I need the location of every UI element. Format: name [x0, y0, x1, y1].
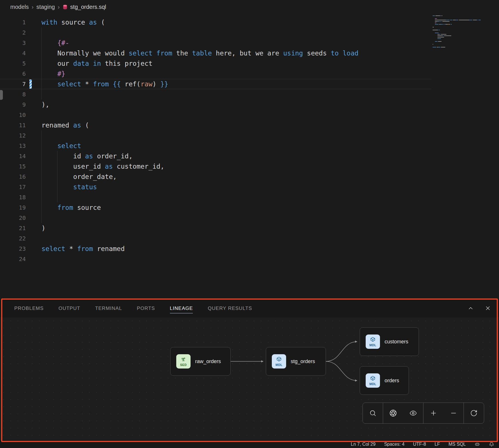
line-number: 22	[0, 233, 26, 244]
code-text: ),	[41, 99, 49, 110]
toolbar-group	[363, 403, 383, 423]
status-item[interactable]: LF	[435, 442, 440, 447]
line-number: 9	[0, 99, 26, 110]
line-number: 5	[0, 58, 26, 69]
lineage-node-stg_orders[interactable]: MDLstg_orders	[266, 347, 326, 376]
chevron-right-icon: ›	[31, 4, 33, 10]
lineage-edge	[326, 342, 357, 361]
refresh-icon	[470, 409, 478, 417]
lineage-node-orders[interactable]: MDLorders	[360, 366, 409, 395]
lineage-canvas[interactable]: SEDraw_ordersMDLstg_ordersMDLcustomersMD…	[0, 317, 499, 440]
code-lines: 1with source as (23 {#-4 Normally we wou…	[0, 14, 499, 264]
code-line[interactable]: 8	[0, 89, 499, 99]
cube-icon	[370, 337, 375, 343]
line-number: 23	[0, 244, 26, 254]
toolbar-group	[383, 403, 423, 423]
line-number: 11	[0, 120, 26, 130]
breadcrumb: models › staging › stg_orders.sql	[0, 0, 499, 14]
minus-icon	[450, 409, 457, 417]
line-number: 21	[0, 223, 26, 233]
breadcrumb-item-models[interactable]: models	[10, 4, 29, 10]
code-line[interactable]: 2	[0, 27, 499, 38]
code-line[interactable]: 6 #}	[0, 69, 499, 79]
plus-icon	[430, 409, 437, 417]
node-label: customers	[385, 339, 408, 345]
chevron-up-icon[interactable]	[468, 305, 474, 311]
chevron-right-icon: ›	[58, 4, 60, 10]
code-text: renamed as (	[41, 120, 89, 130]
refresh-button[interactable]	[464, 403, 484, 423]
code-text: select * from renamed	[41, 244, 125, 254]
cube-icon	[276, 357, 282, 363]
line-number: 15	[0, 161, 26, 172]
code-line[interactable]: 15 user_id as customer_id,	[0, 161, 499, 172]
code-line[interactable]: 13 select	[0, 141, 499, 151]
code-line[interactable]: 18	[0, 192, 499, 202]
close-icon[interactable]	[485, 305, 491, 311]
code-text: order_date,	[41, 172, 117, 182]
minimap[interactable]	[433, 15, 484, 50]
status-item[interactable]: UTF-8	[413, 442, 426, 447]
panel-tab-output[interactable]: OUTPUT	[58, 303, 80, 313]
bottom-panel: PROBLEMSOUTPUTTERMINALPORTSLINEAGEQUERY …	[0, 299, 499, 440]
code-line[interactable]: 14 id as order_id,	[0, 151, 499, 161]
panel-tab-lineage[interactable]: LINEAGE	[170, 303, 193, 313]
code-line[interactable]: 19 from source	[0, 202, 499, 213]
model-badge: MDL	[366, 373, 380, 388]
code-line[interactable]: 9),	[0, 99, 499, 110]
code-text: Normally we would select from the table …	[41, 48, 359, 58]
code-line[interactable]: 7 select * from {{ ref(raw) }}	[0, 79, 499, 89]
lineage-node-raw_orders[interactable]: SEDraw_orders	[170, 347, 231, 376]
status-bar: Ln 7, Col 29Spaces: 4UTF-8LFMS SQL	[0, 440, 499, 448]
lineage-node-customers[interactable]: MDLcustomers	[360, 327, 419, 356]
modified-line-decoration-icon	[29, 79, 32, 89]
code-line[interactable]: 20	[0, 213, 499, 223]
code-line[interactable]: 16 order_date,	[0, 172, 499, 182]
bell-icon[interactable]	[489, 441, 494, 447]
minus-button[interactable]	[443, 403, 464, 423]
vscode-window: models › staging › stg_orders.sql 1with …	[0, 0, 499, 448]
code-line[interactable]: 17 status	[0, 182, 499, 192]
code-text: user_id as customer_id,	[41, 161, 164, 172]
model-badge: MDL	[366, 334, 380, 349]
node-label: orders	[385, 378, 399, 384]
plus-button[interactable]	[423, 403, 443, 423]
code-line[interactable]: 22	[0, 233, 499, 244]
aperture-button[interactable]	[383, 403, 403, 423]
code-line[interactable]: 23select * from renamed	[0, 244, 499, 254]
breadcrumb-item-staging[interactable]: staging	[36, 4, 55, 10]
node-label: raw_orders	[195, 359, 221, 365]
code-line[interactable]: 10	[0, 110, 499, 120]
code-line[interactable]: 12	[0, 130, 499, 141]
code-line[interactable]: 1with source as (	[0, 17, 499, 27]
status-item[interactable]: Spaces: 4	[384, 442, 404, 447]
status-items: Ln 7, Col 29Spaces: 4UTF-8LFMS SQL	[351, 441, 494, 447]
line-number: 20	[0, 213, 26, 223]
line-number: 4	[0, 48, 26, 58]
code-line[interactable]: 3 {#-	[0, 38, 499, 48]
sprout-icon	[181, 357, 186, 363]
code-line[interactable]: 5 our data in this project	[0, 58, 499, 69]
code-line[interactable]: 21)	[0, 223, 499, 233]
search-button[interactable]	[363, 403, 383, 423]
search-icon	[369, 409, 377, 417]
line-number: 3	[0, 38, 26, 48]
status-item[interactable]: Ln 7, Col 29	[351, 442, 375, 447]
status-item[interactable]: MS SQL	[449, 442, 466, 447]
code-line[interactable]: 4 Normally we would select from the tabl…	[0, 48, 499, 58]
panel-tab-terminal[interactable]: TERMINAL	[95, 303, 122, 313]
panel-tab-query-results[interactable]: QUERY RESULTS	[208, 303, 252, 313]
code-editor[interactable]: 1with source as (23 {#-4 Normally we wou…	[0, 14, 499, 299]
breadcrumb-file[interactable]: stg_orders.sql	[62, 4, 106, 10]
panel-tab-ports[interactable]: PORTS	[137, 303, 155, 313]
code-text: our data in this project	[41, 58, 153, 69]
line-number: 18	[0, 192, 26, 202]
panel-tab-problems[interactable]: PROBLEMS	[14, 303, 43, 313]
editor-left-handle[interactable]	[0, 90, 3, 100]
line-number: 17	[0, 182, 26, 192]
code-line[interactable]: 11renamed as (	[0, 120, 499, 130]
copilot-icon[interactable]	[474, 441, 480, 447]
code-line[interactable]: 24	[0, 254, 499, 264]
node-label: stg_orders	[291, 359, 315, 365]
eye-button[interactable]	[403, 403, 423, 423]
